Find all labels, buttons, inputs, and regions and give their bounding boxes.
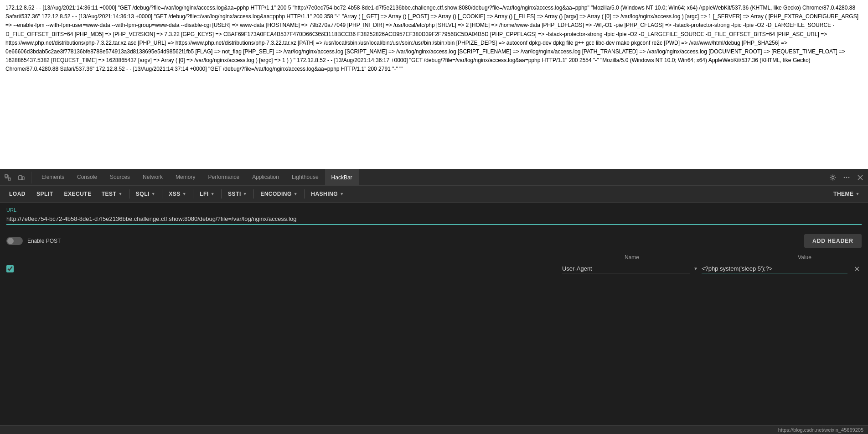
theme-dropdown[interactable]: THEME ▼ [830, 188, 863, 199]
tab-sources[interactable]: Sources [103, 169, 136, 185]
svg-point-7 [848, 177, 850, 178]
tab-memory[interactable]: Memory [169, 169, 202, 185]
theme-arrow-icon: ▼ [856, 192, 860, 196]
status-link[interactable]: https://blog.csdn.net/weixin_45669205 [778, 427, 863, 433]
post-area: Enable POST ADD HEADER [0, 230, 868, 252]
settings-icon[interactable] [827, 172, 839, 183]
xss-dropdown[interactable]: XSS ▼ [165, 188, 190, 199]
separator-4 [221, 189, 222, 199]
svg-rect-2 [19, 176, 22, 180]
hashing-arrow-icon: ▼ [340, 192, 344, 196]
tab-lighthouse[interactable]: Lighthouse [285, 169, 325, 185]
split-button[interactable]: SPLIT [32, 188, 58, 199]
header-labels-row: Name Value [0, 252, 868, 262]
sqli-arrow-icon: ▼ [151, 192, 155, 196]
header-checkbox-container [6, 265, 14, 272]
header-name-label: Name [625, 254, 652, 261]
devtools-panel: Elements Console Sources Network Memory … [0, 169, 868, 434]
separator-2 [162, 189, 162, 199]
svg-point-5 [844, 177, 845, 178]
lfi-arrow-icon: ▼ [211, 192, 215, 196]
toggle-thumb [7, 238, 14, 244]
header-enabled-checkbox[interactable] [6, 265, 14, 272]
add-header-button[interactable]: ADD HEADER [804, 234, 862, 248]
enable-post-label: Enable POST [27, 238, 61, 244]
tab-hackbar[interactable]: HackBar [325, 169, 359, 185]
url-area: URL [0, 203, 868, 230]
svg-rect-3 [22, 177, 24, 180]
xss-arrow-icon: ▼ [182, 192, 186, 196]
tab-console[interactable]: Console [71, 169, 103, 185]
enable-post-toggle-container: Enable POST [6, 237, 61, 245]
separator-1 [129, 189, 129, 199]
header-input-row: ▼ ✕ [0, 262, 868, 275]
tab-performance[interactable]: Performance [202, 169, 246, 185]
encoding-arrow-icon: ▼ [294, 192, 298, 196]
enable-post-toggle[interactable] [6, 237, 23, 245]
test-dropdown[interactable]: TEST ▼ [98, 188, 126, 199]
hashing-dropdown[interactable]: HASHING ▼ [307, 188, 347, 199]
inspect-element-icon[interactable] [2, 172, 14, 183]
hackbar-toolbar: LOAD SPLIT EXECUTE TEST ▼ SQLI ▼ XSS ▼ L… [0, 186, 868, 203]
svg-rect-0 [5, 175, 7, 177]
tab-application[interactable]: Application [246, 169, 285, 185]
log-text: 172.12.8.52 - - [13/Aug/2021:14:36:11 +0… [5, 5, 858, 72]
close-devtools-icon[interactable] [854, 172, 866, 183]
header-name-input[interactable] [562, 264, 690, 273]
tab-elements[interactable]: Elements [35, 169, 71, 185]
header-remove-button[interactable]: ✕ [852, 265, 862, 273]
test-arrow-icon: ▼ [118, 192, 122, 196]
header-value-label: Value [798, 254, 825, 261]
separator-5 [253, 189, 254, 199]
execute-button[interactable]: EXECUTE [60, 188, 96, 199]
svg-rect-1 [8, 178, 10, 180]
tab-right-icons [827, 172, 866, 183]
encoding-dropdown[interactable]: ENCODING ▼ [257, 188, 301, 199]
ssti-arrow-icon: ▼ [243, 192, 247, 196]
page-content: 172.12.8.52 - - [13/Aug/2021:14:36:11 +0… [0, 0, 868, 169]
separator-6 [304, 189, 305, 199]
tab-icon-group [2, 172, 31, 183]
svg-point-4 [832, 176, 834, 178]
tabs-list: Elements Console Sources Network Memory … [35, 169, 827, 185]
sqli-dropdown[interactable]: SQLI ▼ [132, 188, 159, 199]
separator-3 [193, 189, 193, 199]
ssti-dropdown[interactable]: SSTI ▼ [224, 188, 251, 199]
header-name-dropdown-icon[interactable]: ▼ [694, 267, 697, 272]
device-toggle-icon[interactable] [16, 172, 27, 183]
svg-point-6 [846, 177, 847, 178]
tab-network[interactable]: Network [136, 169, 169, 185]
url-input[interactable] [6, 214, 862, 225]
load-button[interactable]: LOAD [5, 188, 30, 199]
tab-bar: Elements Console Sources Network Memory … [0, 169, 868, 186]
url-label: URL [6, 207, 862, 213]
status-bar: https://blog.csdn.net/weixin_45669205 [0, 425, 868, 434]
header-value-input[interactable] [702, 264, 847, 273]
more-options-icon[interactable] [841, 172, 852, 183]
lfi-dropdown[interactable]: LFI ▼ [196, 188, 218, 199]
